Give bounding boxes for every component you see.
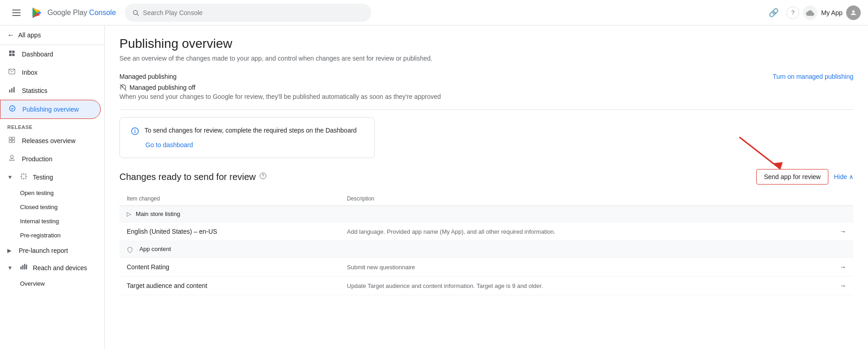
english-row-link[interactable]: → [817, 222, 854, 241]
publishing-overview-icon [8, 105, 17, 114]
app-content-label: App content [140, 246, 171, 252]
svg-line-4 [137, 14, 139, 15]
english-desc-cell: Add language. Provided app name (My App)… [340, 222, 817, 241]
managed-publishing-left: Managed publishing Managed publishing of… [119, 73, 196, 91]
search-bar [125, 4, 371, 22]
info-circle-icon [131, 127, 139, 138]
col-action [817, 192, 854, 206]
svg-rect-13 [13, 87, 15, 92]
overview-label: Overview [20, 280, 45, 287]
hide-button[interactable]: Hide ∧ [834, 173, 853, 180]
pre-launch-label: Pre-launch report [19, 247, 68, 254]
turn-on-managed-link[interactable]: Turn on managed publishing [773, 73, 853, 80]
arrow-right-icon: → [840, 228, 846, 235]
svg-rect-20 [22, 265, 24, 269]
main-content: Publishing overview See an overview of t… [105, 26, 868, 349]
content-rating-desc-text: Submit new questionnaire [347, 264, 415, 271]
send-app-for-review-button[interactable]: Send app for review [756, 169, 829, 185]
production-icon [7, 154, 16, 164]
sidebar-item-pre-launch[interactable]: ▶ Pre-launch report [0, 242, 104, 259]
svg-rect-9 [12, 54, 15, 56]
topbar: Google Play Console 🔗 ? My App [0, 0, 868, 26]
release-section-label: Release [0, 119, 104, 132]
target-audience-row-link[interactable]: → [817, 276, 854, 295]
closed-testing-label: Closed testing [20, 204, 57, 210]
annotation-container: Changes ready to send for review Send ap… [119, 169, 853, 185]
sidebar-item-internal-testing[interactable]: Internal testing [0, 214, 104, 228]
svg-rect-2 [12, 15, 21, 16]
sidebar: ← All apps Dashboard Inbox [0, 26, 105, 349]
reach-devices-icon [20, 263, 27, 272]
cloud-icon [803, 5, 817, 20]
reach-devices-label: Reach and devices [33, 264, 87, 272]
link-icon-button[interactable]: 🔗 [765, 4, 783, 22]
svg-rect-18 [12, 140, 15, 143]
main-layout: ← All apps Dashboard Inbox [0, 26, 868, 349]
svg-rect-22 [26, 265, 27, 270]
content-rating-item-cell: Content Rating [119, 257, 340, 276]
group-row-main-store: ▷ Main store listing [119, 206, 853, 222]
app-content-group-cell: App content [119, 241, 853, 258]
content-rating-arrow-icon: → [840, 263, 846, 271]
sidebar-item-inbox[interactable]: Inbox [0, 63, 101, 82]
info-text: To send changes for review, complete the… [145, 127, 356, 134]
sidebar-item-statistics[interactable]: Statistics [0, 82, 101, 100]
search-icon [132, 9, 139, 16]
table-header: Item changed Description [119, 192, 853, 206]
search-input[interactable] [143, 9, 364, 16]
svg-rect-16 [12, 137, 15, 139]
divider-1 [119, 109, 853, 110]
shield-icon [127, 246, 137, 252]
content-rating-desc-cell: Submit new questionnaire [340, 257, 817, 276]
testing-icon [20, 173, 27, 181]
sidebar-item-testing[interactable]: ▼ Testing [0, 168, 104, 186]
sidebar-item-releases-overview[interactable]: Releases overview [0, 132, 101, 150]
english-desc-text: Add language. Provided app name (My App)… [347, 228, 555, 235]
managed-section-label: Managed publishing [119, 73, 196, 80]
sidebar-item-pre-registration[interactable]: Pre-registration [0, 228, 104, 242]
changes-actions: Send app for review Hide ∧ [756, 169, 853, 185]
testing-expand-icon: ▼ [7, 174, 13, 180]
table-row: Target audience and content Update Targe… [119, 276, 853, 295]
target-audience-desc-cell: Update Target audience and content infor… [340, 276, 817, 295]
sidebar-item-production[interactable]: Production [0, 150, 101, 168]
managed-desc: When you send your changes to Google for… [119, 93, 853, 100]
changes-table: Item changed Description ▷ Main store li… [119, 192, 853, 295]
help-icon-button[interactable]: ? [786, 6, 799, 19]
changes-header: Changes ready to send for review Send ap… [119, 169, 853, 185]
dashboard-icon [7, 50, 16, 59]
hamburger-button[interactable] [7, 4, 26, 22]
table-body: ▷ Main store listing English (United Sta… [119, 206, 853, 295]
table-row: Content Rating Submit new questionnaire … [119, 257, 853, 276]
avatar-button[interactable] [846, 5, 861, 20]
statistics-icon [7, 86, 16, 95]
internal-testing-label: Internal testing [20, 218, 59, 225]
play-triangle-icon: ▷ [127, 210, 131, 217]
svg-point-30 [263, 177, 264, 178]
content-rating-row-link[interactable]: → [817, 257, 854, 276]
changes-title: Changes ready to send for review [119, 172, 267, 182]
all-apps-back[interactable]: ← All apps [0, 26, 104, 45]
svg-rect-8 [9, 54, 11, 56]
svg-rect-0 [12, 10, 21, 10]
sidebar-item-overview[interactable]: Overview [0, 277, 104, 291]
managed-off-icon [119, 84, 127, 91]
svg-rect-17 [9, 140, 11, 143]
testing-label: Testing [33, 174, 53, 181]
statistics-label: Statistics [22, 87, 47, 94]
sidebar-item-closed-testing[interactable]: Closed testing [0, 200, 104, 214]
svg-rect-7 [12, 51, 15, 53]
info-box: To send changes for review, complete the… [119, 117, 375, 158]
pre-registration-label: Pre-registration [20, 232, 61, 239]
google-play-logo-icon [31, 6, 44, 19]
svg-rect-11 [9, 90, 10, 92]
sidebar-item-publishing-overview[interactable]: Publishing overview [0, 100, 101, 119]
sidebar-item-open-testing[interactable]: Open testing [0, 186, 104, 200]
sidebar-item-dashboard[interactable]: Dashboard [0, 45, 101, 63]
sidebar-item-reach-devices[interactable]: ▼ Reach and devices [0, 259, 104, 277]
changes-help-icon[interactable] [259, 172, 267, 181]
english-item-cell: English (United States) – en-US [119, 222, 340, 241]
go-to-dashboard-link[interactable]: Go to dashboard [145, 141, 363, 149]
col-item-changed: Item changed [119, 192, 340, 206]
back-arrow-icon: ← [7, 31, 15, 39]
